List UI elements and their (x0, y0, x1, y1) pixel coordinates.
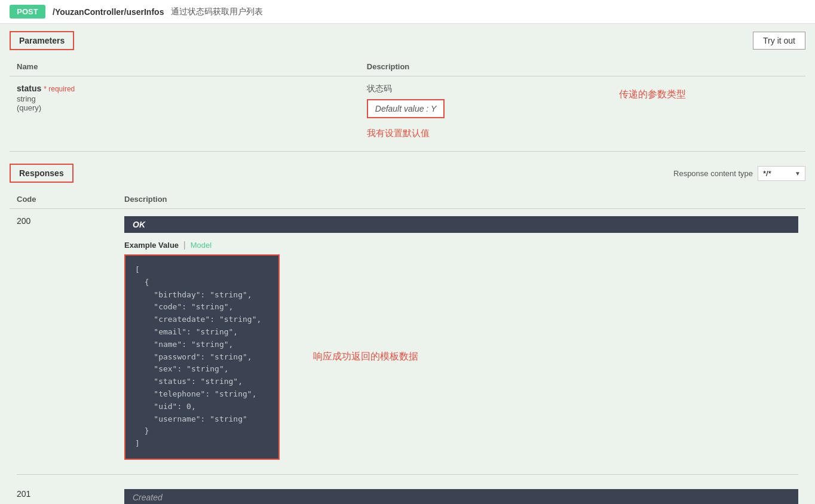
parameters-table: Name Description status* required string… (10, 57, 805, 146)
responses-title: Responses (10, 164, 73, 183)
main-content: Parameters Try it out Name Description s… (0, 24, 815, 504)
responses-section-header: Responses Response content type */* (10, 156, 805, 190)
required-badge: * required (44, 85, 75, 93)
created-badge: Created (124, 489, 798, 504)
param-type: string (17, 94, 353, 103)
section-divider (10, 151, 805, 152)
ok-badge: OK (124, 216, 798, 233)
responses-col-description: Description (117, 190, 805, 209)
parameters-section-header: Parameters Try it out (10, 24, 805, 57)
param-description-cell: 状态码 Default value : Y 我有设置默认值 传递的参数类型 (360, 76, 805, 147)
content-type-select-wrapper[interactable]: */* (758, 166, 805, 181)
model-link[interactable]: Model (191, 241, 212, 250)
params-col-name: Name (10, 57, 360, 76)
default-value-note: 我有设置默认值 (367, 128, 798, 139)
default-value-box: Default value : Y (367, 99, 445, 118)
param-status-label: 状态码 (367, 84, 798, 94)
content-type-select[interactable]: */* (758, 166, 805, 181)
response-row-200: 200 OK Example Value | Model [ { "birthd… (10, 209, 805, 467)
row-separator-201 (10, 467, 805, 482)
param-type-annotation: 传递的参数类型 (619, 88, 686, 101)
param-name: status (17, 84, 41, 93)
try-it-out-button[interactable]: Try it out (753, 32, 805, 50)
response-content-type-label: Response content type (673, 169, 753, 178)
responses-table: Code Description 200 OK Example Value | … (10, 190, 805, 504)
top-bar: POST /YouzanController/userInfos 通过状态码获取… (0, 0, 815, 24)
example-value-header: Example Value | Model (124, 240, 798, 250)
response-desc-201: Created (117, 482, 805, 504)
param-name-cell: status* required string (query) (10, 76, 360, 147)
params-col-description: Description (360, 57, 805, 76)
example-value-link[interactable]: Example Value (124, 241, 179, 250)
param-row-status: status* required string (query) 状态码 Defa… (10, 76, 805, 147)
response-code-201: 201 (10, 482, 117, 504)
responses-col-code: Code (10, 190, 117, 209)
endpoint-path: /YouzanController/userInfos (53, 7, 164, 17)
response-desc-200: OK Example Value | Model [ { "birthday":… (117, 209, 805, 467)
endpoint-description: 通过状态码获取用户列表 (171, 7, 263, 17)
responses-section: Responses Response content type */* Code… (10, 156, 805, 504)
response-annotation: 响应成功返回的模板数据 (289, 351, 418, 363)
code-block-wrapper: [ { "birthday": "string", "code": "strin… (124, 254, 798, 460)
param-location: (query) (17, 103, 353, 112)
response-code-200: 200 (10, 209, 117, 467)
parameters-title: Parameters (10, 31, 74, 50)
response-row-201: 201 Created (10, 482, 805, 504)
code-block: [ { "birthday": "string", "code": "strin… (124, 254, 280, 460)
method-badge: POST (10, 5, 45, 19)
example-separator: | (183, 240, 186, 250)
response-content-type-wrapper: Response content type */* (673, 166, 805, 181)
